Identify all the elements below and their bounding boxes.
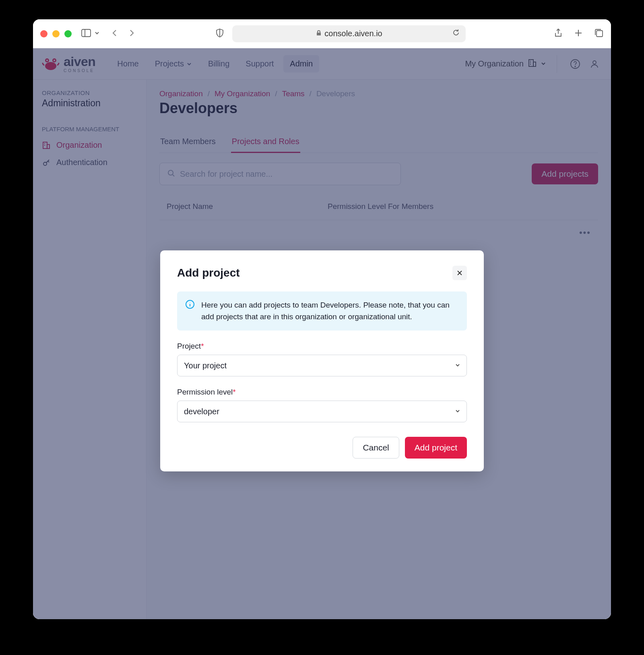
tabs-icon[interactable] — [594, 28, 604, 39]
modal-title: Add project — [177, 267, 240, 279]
share-icon[interactable] — [554, 28, 563, 39]
nav-back-icon[interactable] — [111, 29, 118, 38]
chevron-down-icon[interactable] — [94, 30, 100, 37]
svg-rect-0 — [82, 29, 91, 37]
window-controls — [40, 30, 72, 37]
sidebar-toggle-icon[interactable] — [81, 29, 91, 39]
chevron-down-icon — [454, 361, 461, 370]
maximize-window[interactable] — [64, 30, 72, 37]
url-text: console.aiven.io — [324, 29, 382, 38]
browser-chrome: console.aiven.io — [33, 19, 611, 48]
info-icon — [185, 300, 195, 309]
add-project-button[interactable]: Add project — [405, 437, 467, 459]
project-label: Project* — [177, 342, 467, 351]
nav-forward-icon[interactable] — [128, 29, 135, 38]
permission-select-value: developer — [184, 407, 219, 416]
info-text: Here you can add projects to team Develo… — [201, 300, 459, 322]
info-box: Here you can add projects to team Develo… — [177, 291, 467, 331]
project-select[interactable]: Your project — [177, 355, 467, 376]
permission-select[interactable]: developer — [177, 401, 467, 422]
chevron-down-icon — [454, 407, 461, 416]
url-bar[interactable]: console.aiven.io — [232, 25, 466, 42]
reload-icon[interactable] — [452, 29, 460, 39]
minimize-window[interactable] — [52, 30, 60, 37]
project-select-value: Your project — [184, 361, 227, 370]
close-window[interactable] — [40, 30, 47, 37]
privacy-shield-icon[interactable] — [215, 28, 224, 39]
cancel-button[interactable]: Cancel — [353, 437, 399, 459]
svg-rect-5 — [597, 31, 603, 37]
add-project-modal: Add project Here you can add projects to… — [160, 250, 484, 471]
close-icon[interactable] — [452, 266, 467, 280]
lock-icon — [316, 29, 322, 38]
new-tab-icon[interactable] — [574, 29, 583, 39]
permission-label: Permission level* — [177, 388, 467, 397]
